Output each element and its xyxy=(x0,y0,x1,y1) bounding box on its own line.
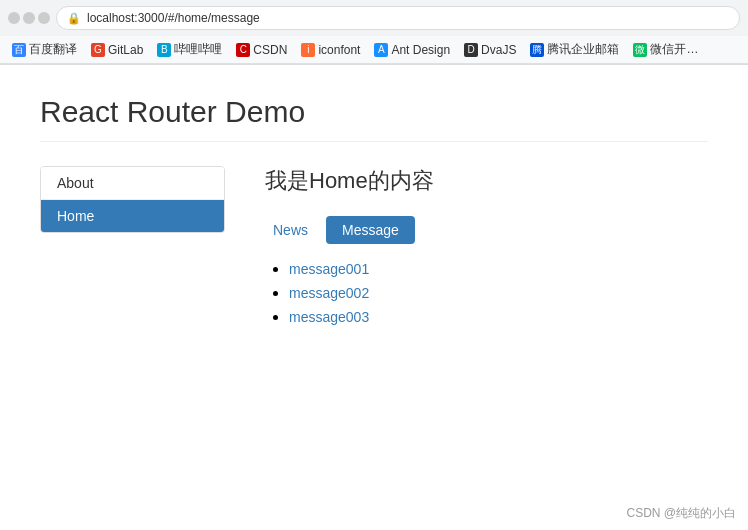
browser-toolbar: 🔒 localhost:3000/#/home/message xyxy=(0,0,748,36)
bookmark-icon: D xyxy=(464,43,478,57)
bookmark-icon: 百 xyxy=(12,43,26,57)
bookmark-item[interactable]: 微微信开… xyxy=(629,39,702,60)
bookmark-item[interactable]: CCSDN xyxy=(232,41,291,59)
bookmark-icon: B xyxy=(157,43,171,57)
close-btn[interactable] xyxy=(8,12,20,24)
message-button[interactable]: Message xyxy=(326,216,415,244)
nav-item[interactable]: Home xyxy=(41,200,224,232)
browser-buttons xyxy=(8,12,50,24)
sub-nav: News Message xyxy=(265,216,708,244)
bookmark-icon: A xyxy=(374,43,388,57)
bookmark-item[interactable]: 腾腾讯企业邮箱 xyxy=(526,39,623,60)
bookmark-label: DvaJS xyxy=(481,43,516,57)
bookmark-icon: 腾 xyxy=(530,43,544,57)
page-content: React Router Demo AboutHome 我是Home的内容 Ne… xyxy=(0,65,748,530)
maximize-btn[interactable] xyxy=(38,12,50,24)
message-link[interactable]: message001 xyxy=(289,261,369,277)
bookmarks-bar: 百百度翻译GGitLabB哔哩哔哩CCSDNiiconfontAAnt Desi… xyxy=(0,36,748,64)
bookmark-label: CSDN xyxy=(253,43,287,57)
bookmark-label: Ant Design xyxy=(391,43,450,57)
list-item: message003 xyxy=(289,308,708,326)
home-heading: 我是Home的内容 xyxy=(265,166,708,196)
bookmark-label: GitLab xyxy=(108,43,143,57)
bookmark-icon: 微 xyxy=(633,43,647,57)
bookmark-icon: C xyxy=(236,43,250,57)
url-text: localhost:3000/#/home/message xyxy=(87,11,260,25)
page-title: React Router Demo xyxy=(40,95,708,142)
list-item: message001 xyxy=(289,260,708,278)
bookmark-item[interactable]: iiconfont xyxy=(297,41,364,59)
watermark: CSDN @纯纯的小白 xyxy=(626,505,736,522)
bookmark-item[interactable]: AAnt Design xyxy=(370,41,454,59)
lock-icon: 🔒 xyxy=(67,12,81,25)
right-content: 我是Home的内容 News Message message001message… xyxy=(265,166,708,332)
list-item: message002 xyxy=(289,284,708,302)
message-list: message001message002message003 xyxy=(265,260,708,326)
main-layout: AboutHome 我是Home的内容 News Message message… xyxy=(40,166,708,332)
bookmark-label: 百度翻译 xyxy=(29,41,77,58)
bookmark-item[interactable]: 百百度翻译 xyxy=(8,39,81,60)
address-bar[interactable]: 🔒 localhost:3000/#/home/message xyxy=(56,6,740,30)
browser-chrome: 🔒 localhost:3000/#/home/message 百百度翻译GGi… xyxy=(0,0,748,65)
bookmark-item[interactable]: DDvaJS xyxy=(460,41,520,59)
bookmark-item[interactable]: GGitLab xyxy=(87,41,147,59)
minimize-btn[interactable] xyxy=(23,12,35,24)
bookmark-icon: i xyxy=(301,43,315,57)
news-link[interactable]: News xyxy=(265,218,316,242)
nav-list: AboutHome xyxy=(40,166,225,233)
bookmark-label: 微信开… xyxy=(650,41,698,58)
bookmark-label: 哔哩哔哩 xyxy=(174,41,222,58)
bookmark-icon: G xyxy=(91,43,105,57)
message-link[interactable]: message002 xyxy=(289,285,369,301)
bookmark-label: iconfont xyxy=(318,43,360,57)
bookmark-item[interactable]: B哔哩哔哩 xyxy=(153,39,226,60)
message-link[interactable]: message003 xyxy=(289,309,369,325)
bookmark-label: 腾讯企业邮箱 xyxy=(547,41,619,58)
nav-item[interactable]: About xyxy=(41,167,224,200)
